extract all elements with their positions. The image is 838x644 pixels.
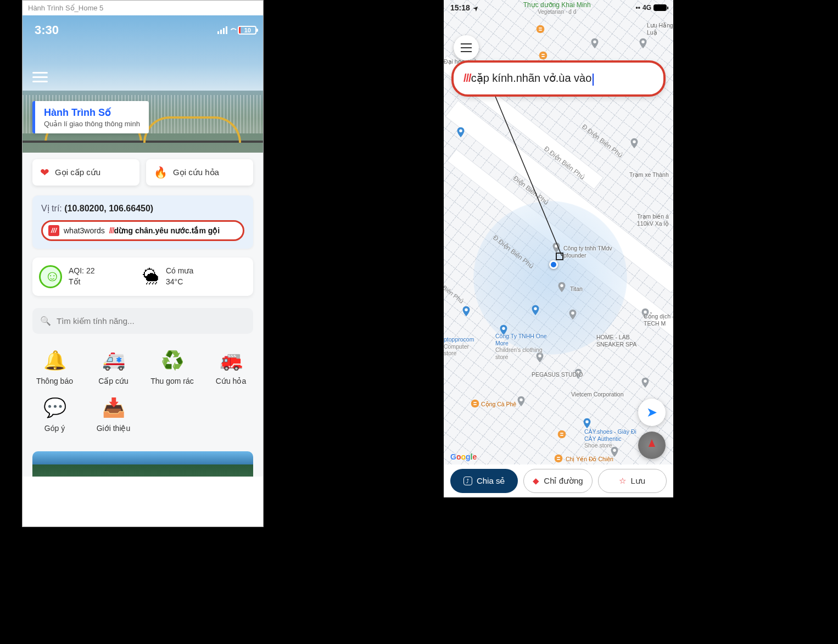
feature-cuuhoa[interactable]: 🚒 Cứu hỏa	[204, 347, 258, 385]
feedback-icon: 💬	[28, 394, 81, 421]
location-accuracy-circle	[473, 201, 627, 355]
map-pin-icon[interactable]	[515, 395, 527, 407]
poi-label: Trạm xe Thành	[629, 171, 673, 178]
map-pin-icon[interactable]	[639, 377, 651, 389]
map-pin-icon[interactable]	[637, 37, 649, 49]
fire-label: Gọi cứu hỏa	[173, 167, 219, 177]
app-title: Hành Trình Số	[44, 107, 140, 119]
map-pin-icon[interactable]	[556, 281, 568, 293]
poi-label: Chị Yến Đồ Chiên	[566, 456, 613, 463]
location-card: Vị trí: (10.80200, 106.66450) /// what3w…	[32, 195, 253, 249]
feature-capcuu[interactable]: 🚑 Cấp cứu	[87, 347, 140, 385]
signal-icon	[217, 26, 227, 34]
poi-label: Cổng dịch - TECH M	[644, 313, 673, 327]
fire-icon	[154, 166, 167, 179]
location-coords: (10.80200, 106.66450)	[64, 204, 153, 213]
map-pin-icon[interactable]	[455, 126, 467, 138]
share-icon	[463, 477, 472, 485]
recycle-icon: ♻️	[146, 347, 199, 373]
poi-label: HOME - LAB SNEAKER SPA	[596, 334, 646, 348]
w3w-search-text: cặp kính.nhãn vở.ùa vào	[471, 72, 592, 84]
design-frame-left: Hành Trình Số_Home 5 3:30 10	[22, 0, 264, 527]
compass-button[interactable]	[638, 432, 666, 459]
what3words-search[interactable]: ///cặp kính.nhãn vở.ùa vào	[451, 60, 666, 97]
environment-card: AQI: 22 Tốt Có mưa 34°C	[32, 257, 253, 296]
share-button[interactable]: Chia sẻ	[450, 469, 518, 493]
ambulance-icon: 🚑	[87, 347, 140, 373]
poi-label: Lưu Hằng Luậ	[647, 22, 673, 36]
selected-square-marker	[556, 253, 563, 260]
ambulance-label: Gọi cấp cứu	[55, 167, 100, 177]
poi-label: Vietcem Corporation	[571, 391, 624, 398]
app-title-card: Hành Trình Số Quản lí giao thông thông m…	[32, 101, 149, 133]
status-time: 15:18	[450, 3, 470, 12]
what3words-row[interactable]: /// what3words ///dừng chân.yêu nước.tắm…	[41, 220, 244, 241]
poi-label: Công Ty TNHH One MoreChildren's clothing…	[495, 333, 556, 360]
poi-label: CÂY.shoes - Giày Đi CÂY AuthenticShoe st…	[584, 428, 645, 449]
poi-label: ptopprocomComputer store	[444, 336, 482, 357]
feature-thongbao[interactable]: 🔔 Thông báo	[28, 347, 81, 385]
status-bar: 3:30 10	[23, 15, 263, 37]
feature-gioithieu[interactable]: 📥 Giới thiệu	[87, 394, 140, 433]
weather-label: Có mưa	[166, 266, 193, 277]
poi-label: Cộng Cà Phê	[481, 401, 516, 408]
status-bar: 15:18 Thực dưỡng Khai Minh Vegetarian · …	[444, 0, 673, 15]
map-pin-icon[interactable]	[628, 137, 640, 149]
search-field[interactable]	[32, 308, 253, 334]
poi-label: Công ty tnhh TMdv pfounder	[563, 245, 618, 259]
w3w-logo-icon: ///	[48, 225, 59, 236]
battery-icon	[238, 26, 256, 35]
intro-icon: 📥	[87, 394, 140, 421]
app-subtitle: Quản lí giao thông thông minh	[44, 120, 140, 128]
battery-icon	[653, 4, 667, 11]
location-arrow-icon	[473, 3, 478, 12]
bell-icon: 🔔	[28, 347, 81, 373]
design-label: Hành Trình Số_Home 5	[23, 1, 263, 15]
search-icon	[40, 316, 51, 326]
status-header: Thực dưỡng Khai Minh Vegetarian · đ đ	[478, 1, 636, 15]
feature-thugomrac[interactable]: ♻️ Thu gom rác	[146, 347, 199, 385]
map-pin-icon[interactable]	[550, 242, 562, 254]
aqi-face-icon	[39, 265, 62, 288]
map-pin-icon[interactable]	[469, 397, 481, 410]
call-fire-button[interactable]: Gọi cứu hỏa	[146, 159, 253, 186]
my-location-dot	[549, 260, 558, 269]
map-pin-icon[interactable]	[460, 305, 472, 317]
menu-button[interactable]	[32, 69, 48, 85]
poi-label: Trạm biến á 110kV Xa lộ	[637, 213, 673, 227]
location-arrow-icon: ➤	[646, 405, 657, 420]
save-button[interactable]: Lưu	[598, 469, 667, 493]
menu-button[interactable]	[454, 35, 479, 60]
directions-icon	[533, 476, 539, 486]
map-pin-icon[interactable]	[581, 417, 593, 429]
weather-icon	[143, 267, 159, 286]
map-pin-icon[interactable]	[537, 49, 549, 61]
bottom-banner-image[interactable]	[32, 451, 253, 477]
map-pin-icon[interactable]	[552, 452, 565, 464]
aqi-value: AQI: 22	[69, 266, 94, 277]
star-icon	[619, 476, 626, 486]
feature-grid-row2: 💬 Góp ý 📥 Giới thiệu	[23, 390, 263, 441]
map-pin-icon[interactable]	[534, 23, 546, 35]
map-pin-icon[interactable]	[556, 428, 568, 440]
map-pin-icon[interactable]	[589, 37, 601, 49]
poi-label: PEGASUS STUDIO	[532, 371, 583, 378]
poi-label: Titan	[570, 285, 583, 293]
google-logo: Google	[450, 452, 477, 461]
hero-image-cityscape: 3:30 10 Hành Trình Số Quản lí giao thông…	[23, 15, 263, 153]
w3w-slashes-icon: ///	[463, 72, 471, 84]
heart-icon	[40, 166, 49, 179]
feature-gopy[interactable]: 💬 Góp ý	[28, 394, 81, 433]
bottom-action-bar: Chia sẻ Chỉ đường Lưu	[444, 464, 673, 497]
map-pin-icon[interactable]	[567, 309, 579, 321]
call-ambulance-button[interactable]: Gọi cấp cứu	[32, 159, 139, 186]
directions-button[interactable]: Chỉ đường	[523, 469, 592, 493]
recenter-button[interactable]: ➤	[638, 399, 666, 426]
text-cursor	[593, 74, 594, 86]
status-time: 3:30	[35, 23, 59, 37]
location-label: Vị trí:	[41, 204, 62, 213]
search-input[interactable]	[57, 316, 245, 326]
aqi-status: Tốt	[69, 277, 94, 288]
map-pin-icon[interactable]	[529, 304, 541, 316]
w3w-address: ///dừng chân.yêu nước.tắm gội	[109, 226, 220, 235]
